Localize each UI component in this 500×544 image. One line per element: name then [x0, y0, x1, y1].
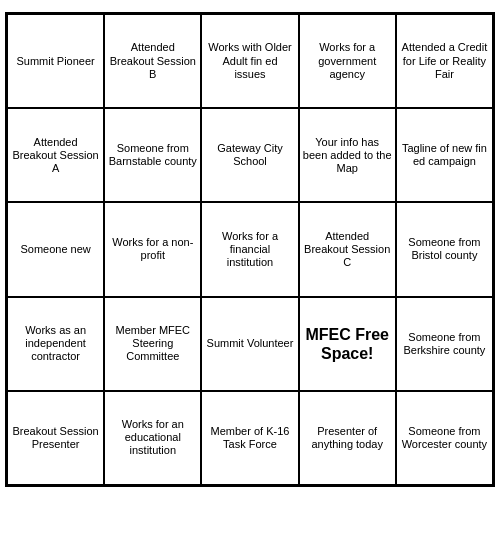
bingo-cell-2[interactable]: Works with Older Adult fin ed issues: [201, 14, 298, 108]
bingo-cell-17[interactable]: Summit Volunteer: [201, 297, 298, 391]
bingo-cell-10[interactable]: Someone new: [7, 202, 104, 296]
bingo-cell-0[interactable]: Summit Pioneer: [7, 14, 104, 108]
bingo-cell-7[interactable]: Gateway City School: [201, 108, 298, 202]
bingo-cell-8[interactable]: Your info has been added to the Map: [299, 108, 396, 202]
bingo-cell-19[interactable]: Someone from Berkshire county: [396, 297, 493, 391]
bingo-grid: Summit PioneerAttended Breakout Session …: [5, 12, 495, 487]
bingo-cell-23[interactable]: Presenter of anything today: [299, 391, 396, 485]
bingo-cell-16[interactable]: Member MFEC Steering Committee: [104, 297, 201, 391]
bingo-cell-9[interactable]: Tagline of new fin ed campaign: [396, 108, 493, 202]
bingo-cell-20[interactable]: Breakout Session Presenter: [7, 391, 104, 485]
bingo-cell-5[interactable]: Attended Breakout Session A: [7, 108, 104, 202]
bingo-cell-18[interactable]: MFEC Free Space!: [299, 297, 396, 391]
bingo-cell-1[interactable]: Attended Breakout Session B: [104, 14, 201, 108]
bingo-cell-13[interactable]: Attended Breakout Session C: [299, 202, 396, 296]
bingo-cell-6[interactable]: Someone from Barnstable county: [104, 108, 201, 202]
bingo-cell-11[interactable]: Works for a non-profit: [104, 202, 201, 296]
bingo-cell-3[interactable]: Works for a government agency: [299, 14, 396, 108]
bingo-cell-14[interactable]: Someone from Bristol county: [396, 202, 493, 296]
bingo-cell-12[interactable]: Works for a financial institution: [201, 202, 298, 296]
bingo-cell-15[interactable]: Works as an independent contractor: [7, 297, 104, 391]
bingo-cell-21[interactable]: Works for an educational institution: [104, 391, 201, 485]
bingo-cell-22[interactable]: Member of K-16 Task Force: [201, 391, 298, 485]
bingo-cell-4[interactable]: Attended a Credit for Life or Reality Fa…: [396, 14, 493, 108]
bingo-cell-24[interactable]: Someone from Worcester county: [396, 391, 493, 485]
